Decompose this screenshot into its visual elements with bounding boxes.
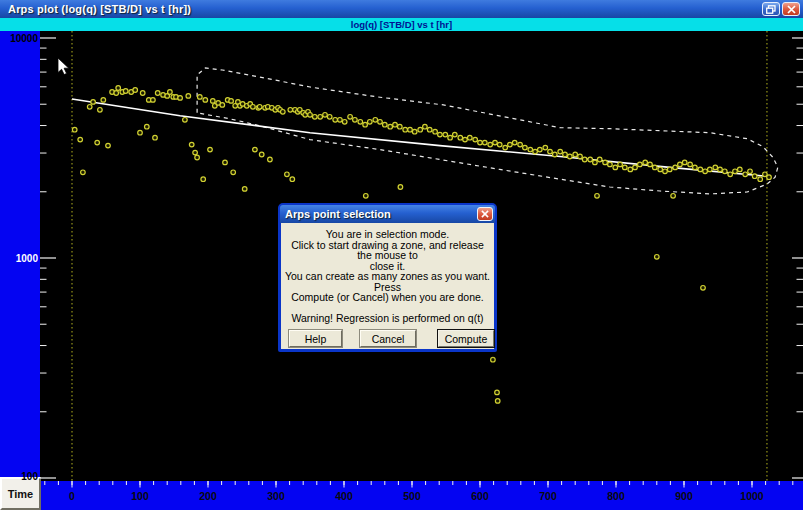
dialog-message: You are in selection mode. Click to star…: [283, 229, 492, 324]
dialog-message-line: You are in selection mode.: [283, 229, 492, 240]
dialog-title: Arps point selection: [285, 208, 391, 220]
close-icon: [481, 210, 489, 218]
window-title: Arps plot (log(q) [STB/D] vs t [hr]): [8, 3, 191, 15]
help-button[interactable]: Help: [289, 330, 342, 347]
close-icon: [787, 5, 796, 14]
chart-title-bar: log(q) [STB/D] vs t [hr]: [0, 18, 803, 31]
x-axis-title-box[interactable]: Time: [0, 477, 41, 510]
cancel-button[interactable]: Cancel: [360, 330, 416, 347]
dialog-message-line: Compute (or Cancel) when you are done.: [283, 292, 492, 303]
y-axis-strip: [0, 31, 40, 481]
dialog-body: You are in selection mode. Click to star…: [281, 224, 494, 349]
chart-title: log(q) [STB/D] vs t [hr]: [351, 19, 452, 30]
dialog-titlebar[interactable]: Arps point selection: [280, 205, 495, 223]
app-window: Arps plot (log(q) [STB/D] vs t [hr]) log…: [0, 0, 803, 510]
x-axis-title: Time: [8, 488, 33, 500]
window-controls: [762, 2, 800, 16]
dialog-message-line: You can create as many zones as you want…: [283, 271, 492, 292]
restore-button[interactable]: [762, 2, 780, 16]
arps-point-selection-dialog: Arps point selection You are in selectio…: [278, 203, 497, 352]
close-button[interactable]: [782, 2, 800, 16]
restore-icon: [766, 5, 776, 14]
x-axis-strip: [0, 481, 803, 510]
dialog-close-button[interactable]: [477, 207, 493, 221]
compute-button[interactable]: Compute: [438, 330, 494, 347]
window-titlebar[interactable]: Arps plot (log(q) [STB/D] vs t [hr]): [0, 0, 803, 18]
dialog-message-line: Warning! Regression is performed on q(t): [283, 313, 492, 324]
dialog-message-line: Click to start drawing a zone, and relea…: [283, 240, 492, 261]
